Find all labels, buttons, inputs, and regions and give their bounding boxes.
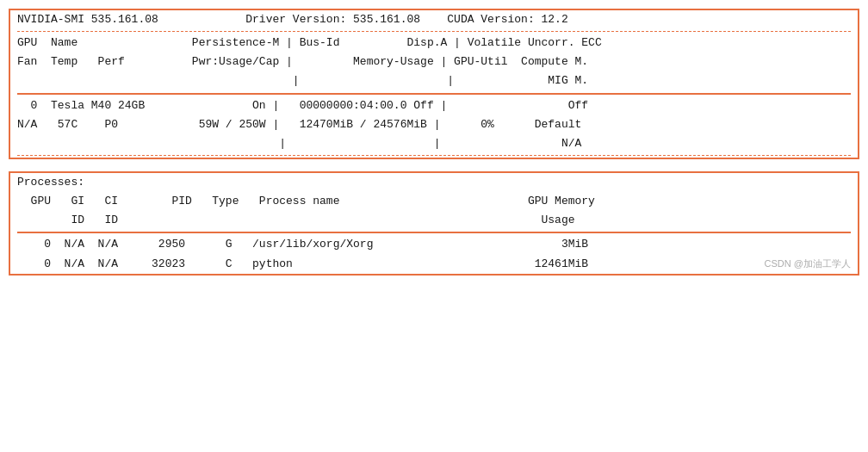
proc-col-header-1: GPU GI CI PID Type Process name GPU Memo… [10,192,858,211]
divider-3 [17,155,851,156]
proc-divider-1 [17,232,851,233]
gpu-data-line3: | | N/A [10,134,858,153]
divider-1 [17,31,851,32]
proc-data-line2: 0 N/A N/A 32023 C python 12461MiB [10,255,858,274]
header-line: NVIDIA-SMI 535.161.08 Driver Version: 53… [10,10,858,29]
processes-block: Processes: GPU GI CI PID Type Process na… [9,171,859,276]
nvidia-smi-block: NVIDIA-SMI 535.161.08 Driver Version: 53… [9,9,859,159]
proc-col-header-2: ID ID Usage [10,211,858,230]
divider-2 [17,93,851,95]
col-header-1: GPU Name Persistence-M | Bus-Id Disp.A |… [10,34,858,53]
gpu-data-line2: N/A 57C P0 59W / 250W | 12470MiB / 24576… [10,115,858,134]
gpu-data-line1: 0 Tesla M40 24GB On | 00000000:04:00.0 O… [10,96,858,115]
col-header-3: | | MIG M. [10,71,858,90]
proc-data-line1: 0 N/A N/A 2950 G /usr/lib/xorg/Xorg 3MiB [10,235,858,254]
watermark: CSDN @加油工学人 [765,257,851,270]
processes-title: Processes: [10,173,858,192]
col-header-2: Fan Temp Perf Pwr:Usage/Cap | Memory-Usa… [10,53,858,71]
